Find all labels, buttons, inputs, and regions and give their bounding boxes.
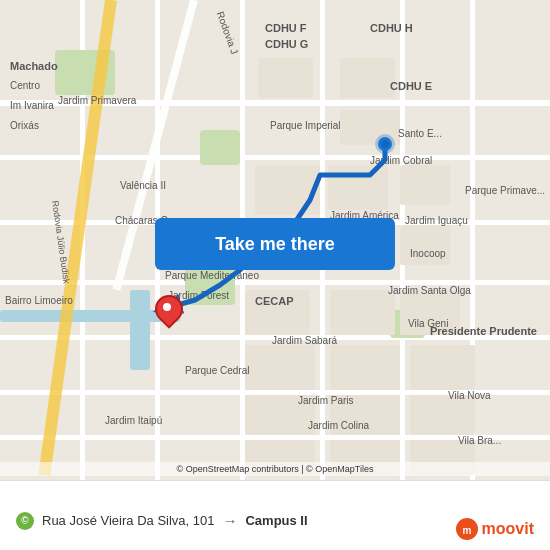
label-inocoop: Inocoop <box>410 248 446 259</box>
label-vila-bra: Vila Bra... <box>458 435 501 446</box>
moovit-brand-text: moovit <box>482 520 534 538</box>
take-me-there-button[interactable]: Take me there <box>155 218 395 270</box>
osm-logo: © <box>16 512 34 530</box>
label-jardim-santa-olga: Jardim Santa Olga <box>388 285 471 296</box>
moovit-logo: m moovit <box>456 518 534 540</box>
block-6 <box>400 165 450 205</box>
label-jardim-cobral: Jardim Cobral <box>370 155 432 166</box>
label-jardim-primavera: Jardim Primavera <box>58 95 136 106</box>
moovit-icon: m <box>456 518 478 540</box>
destination-marker <box>155 295 179 327</box>
label-jardim-paris: Jardim Paris <box>298 395 354 406</box>
label-vila-nova: Vila Nova <box>448 390 491 401</box>
label-jardim-itaipu: Jardim Itaipú <box>105 415 162 426</box>
block-4 <box>255 165 320 215</box>
label-cdhu-g: CDHU G <box>265 38 308 50</box>
label-jardim-iguacu: Jardim Iguaçu <box>405 215 468 226</box>
label-parque-cedral: Parque Cedral <box>185 365 249 376</box>
route-info: © Rua José Vieira Da Silva, 101 → Campus… <box>16 502 534 530</box>
origin-marker <box>378 137 392 151</box>
bottom-bar: © Rua José Vieira Da Silva, 101 → Campus… <box>0 480 550 550</box>
label-cdhu-h: CDHU H <box>370 22 413 34</box>
label-valencia: Valência II <box>120 180 166 191</box>
block-12 <box>245 345 315 390</box>
block-5 <box>328 165 388 210</box>
route-from: Rua José Vieira Da Silva, 101 <box>42 513 214 528</box>
water-1 <box>0 310 180 322</box>
block-2 <box>340 58 395 98</box>
label-machado: Machado <box>10 60 58 72</box>
route-to: Campus II <box>245 513 307 528</box>
label-orixas: Orixás <box>10 120 39 131</box>
label-cecap: CECAP <box>255 295 294 307</box>
label-centro: Centro <box>10 80 40 91</box>
label-cdhu-e: CDHU E <box>390 80 432 92</box>
label-vila-geni: Vila Geni <box>408 318 448 329</box>
map-container: CDHU F CDHU G CDHU H CDHU E Machado Parq… <box>0 0 550 480</box>
label-cdhu-f: CDHU F <box>265 22 307 34</box>
route-arrow: → <box>222 512 237 529</box>
block-13 <box>330 345 400 390</box>
label-jardim-sabara: Jardim Sabará <box>272 335 337 346</box>
block-10 <box>330 290 395 335</box>
label-santo-expedito: Santo E... <box>398 128 442 139</box>
label-jardim-colina: Jardim Colina <box>308 420 369 431</box>
park-2 <box>200 130 240 165</box>
water-2 <box>130 290 150 370</box>
block-8 <box>400 225 450 265</box>
app: CDHU F CDHU G CDHU H CDHU E Machado Parq… <box>0 0 550 550</box>
label-parque-primave: Parque Primave... <box>465 185 545 196</box>
map-copyright: © OpenStreetMap contributors | © OpenMap… <box>0 462 550 476</box>
block-14 <box>410 345 475 390</box>
svg-text:m: m <box>462 525 471 536</box>
label-parque-imperial: Parque Imperial <box>270 120 341 131</box>
block-17 <box>410 395 475 435</box>
label-parque-med: Parque Mediterrâneo <box>165 270 259 281</box>
label-bairro-limoeiro: Bairro Limoeiro <box>5 295 73 306</box>
block-1 <box>258 58 313 98</box>
label-jardim-ivanira: Im Ivanira <box>10 100 54 111</box>
